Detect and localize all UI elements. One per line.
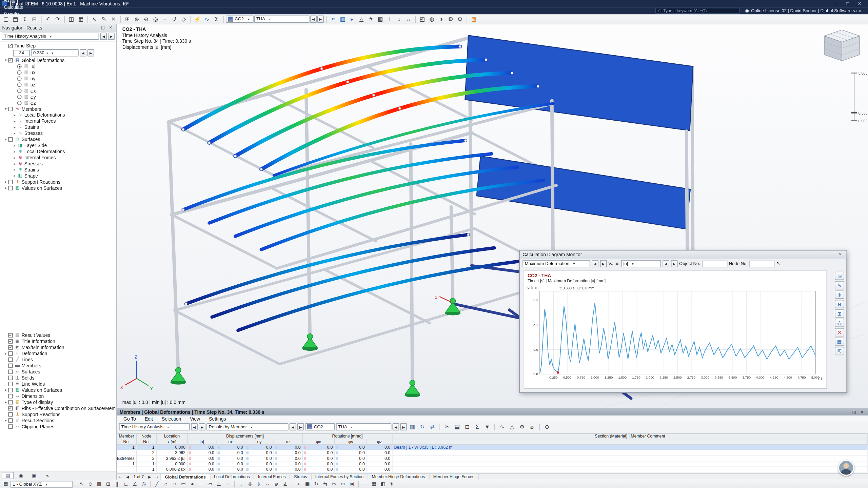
next-button[interactable]: ▶ — [297, 423, 304, 430]
tree-item[interactable]: ▸ ∿ Strains — [1, 124, 116, 130]
tree-item[interactable]: ▸ ◨ Layer Side — [1, 142, 116, 148]
ortho-mode-icon[interactable]: ∟ — [122, 481, 130, 488]
next-quantity-button[interactable]: ▶ — [600, 260, 607, 267]
object-snap-icon[interactable]: ◎ — [139, 481, 147, 488]
table-row[interactable]: 2 3.962 0.0 0.0 0.0 0.0 0.0 0.0 0.0 — [117, 450, 868, 456]
move-icon[interactable]: + — [295, 481, 303, 488]
expander-icon[interactable]: ▸ — [3, 388, 8, 392]
tree-item-control[interactable] — [8, 58, 13, 62]
tree-item-control[interactable] — [8, 394, 13, 398]
close-icon[interactable]: ✕ — [859, 409, 865, 415]
expander-icon[interactable]: ▸ — [3, 186, 8, 190]
result-values-icon[interactable]: Σ — [212, 15, 221, 23]
dimension-linear-icon[interactable]: ↔ — [263, 481, 272, 488]
tree-item[interactable]: ▥ φz — [1, 100, 116, 106]
lights-icon[interactable]: ☀ — [388, 481, 396, 488]
nav-tab-views[interactable]: ▣ — [28, 472, 40, 479]
table-analysis-combo[interactable]: Time History Analysis▾ — [119, 423, 190, 430]
chart-zoom-all-icon[interactable]: ◎ — [835, 319, 844, 327]
guidelines-icon[interactable]: ∥ — [113, 481, 121, 488]
tree-item[interactable]: ▾ ▦ Global Deformations — [1, 57, 116, 63]
copy-icon[interactable]: ▣ — [303, 481, 312, 488]
nav-tab-display[interactable]: ◉ — [15, 472, 27, 479]
navigator-toggle-icon[interactable]: ◫ — [67, 15, 76, 23]
snap-grid-icon[interactable]: ⊞ — [104, 481, 112, 488]
chart-export-icon[interactable]: ⇲ — [835, 272, 844, 280]
trim-icon[interactable]: ✂ — [330, 481, 338, 488]
object-no-input[interactable] — [702, 260, 727, 267]
mirror-icon[interactable]: ⇆ — [321, 481, 329, 488]
time-scale-slider[interactable]: 5.000 0.330 0.000 — [851, 71, 867, 123]
tree-item[interactable]: ▣ Title Information — [1, 338, 116, 344]
tree-item-control[interactable] — [17, 94, 22, 99]
result-diagrams-icon[interactable]: △ — [357, 15, 366, 23]
tree-item[interactable]: ▾ ▧ Surfaces — [1, 136, 116, 142]
expander-icon[interactable]: ▸ — [3, 351, 8, 355]
chart-fit-icon[interactable]: ⇱ — [835, 347, 844, 355]
tree-item[interactable]: ◧ Ribs - Effective Contribution on Surfa… — [1, 405, 116, 411]
tree-item[interactable]: ◩ Max/Min Information — [1, 344, 116, 350]
analysis-type-combo[interactable]: Time History Analysis▾ — [2, 33, 99, 40]
table-tab[interactable]: Local Deformations — [210, 474, 254, 480]
tree-item-control[interactable] — [17, 64, 22, 68]
checkbox-checked[interactable] — [8, 43, 13, 48]
tree-item[interactable]: ▥ |u| — [1, 63, 116, 69]
tree-item[interactable]: ╱ Lines — [1, 356, 116, 362]
next-page-button[interactable]: ▶ — [146, 474, 153, 480]
line-tool-icon[interactable]: ╱ — [153, 481, 161, 488]
table-menu-item[interactable]: Settings — [204, 416, 230, 421]
table-row[interactable]: 1 1 0.000 0.0 0.0 0.0 0.0 0.0 0.0 0.0 Be… — [117, 445, 868, 450]
chart-type-icon[interactable]: ∿ — [835, 281, 844, 289]
tree-item-control[interactable] — [8, 186, 13, 190]
open-model-icon[interactable]: ▤ — [11, 15, 20, 23]
tree-item[interactable]: ▥ ux — [1, 69, 116, 75]
tree-item[interactable]: ▥ uz — [1, 81, 116, 87]
previous-button[interactable]: ◀ — [191, 423, 198, 430]
table-tab[interactable]: Strains — [290, 474, 312, 480]
chart-zoom-in-icon[interactable]: ⊕ — [835, 290, 844, 299]
last-page-button[interactable]: ⇥ — [153, 474, 160, 480]
expander-icon[interactable]: ▸ — [12, 167, 17, 172]
select-objects-icon[interactable]: ↖ — [90, 15, 99, 23]
load-case-combo[interactable]: CO2▾ — [226, 16, 254, 23]
result-sections-icon[interactable]: # — [367, 15, 375, 23]
support-tool-icon[interactable]: ⊥ — [215, 481, 223, 488]
arc-tool-icon[interactable]: ∩ — [162, 481, 170, 488]
navigation-cube[interactable] — [824, 30, 860, 61]
measure-angle-icon[interactable]: ∡ — [281, 481, 289, 488]
visibility-modes-icon[interactable]: ◍ — [427, 15, 436, 23]
tree-item[interactable]: ▸ ≋ Internal Forces — [1, 155, 116, 161]
expander-icon[interactable]: ▸ — [3, 180, 8, 184]
expander-icon[interactable]: ▸ — [12, 113, 17, 117]
load-point-icon[interactable]: ↓ — [237, 481, 245, 488]
tree-item[interactable]: ◫ Solids — [1, 374, 116, 381]
expander-icon[interactable]: ▸ — [3, 400, 8, 404]
tree-item-control[interactable] — [17, 82, 22, 86]
tree-item-control[interactable] — [8, 106, 13, 111]
animate-results-icon[interactable]: ▸ — [348, 15, 356, 23]
display-grid-icon[interactable]: ▩ — [376, 15, 385, 23]
previous-value-button[interactable]: ◀ — [663, 260, 669, 267]
table-row[interactable]: 1 1 0.000 0.0 0.0 0.0 0.0 0.0 0.0 0.0 — [117, 462, 868, 467]
next-load-case-button[interactable]: ▶ — [317, 16, 324, 23]
zoom-out-icon[interactable]: ⊖ — [142, 15, 151, 23]
chart-grid-icon[interactable]: ▦ — [835, 338, 844, 346]
save-model-icon[interactable]: ↧ — [20, 15, 29, 23]
tree-item[interactable]: ↔ Dimension — [1, 393, 116, 399]
table-tab[interactable]: Member Hinge Forces — [429, 474, 479, 480]
render-mode-icon[interactable]: ◑ — [437, 15, 446, 23]
display-supports-icon[interactable]: ⊥ — [385, 15, 394, 23]
close-icon[interactable]: ✕ — [107, 25, 114, 31]
close-icon[interactable]: ✕ — [837, 251, 844, 257]
measure-distance-icon[interactable]: ⌀ — [272, 481, 280, 488]
layers-icon[interactable]: ≡ — [361, 481, 369, 488]
sum-values-icon[interactable]: Σ — [473, 423, 481, 431]
table-menu-item[interactable]: Go To — [119, 416, 140, 421]
color-scale-icon[interactable]: ▥ — [338, 15, 347, 23]
member-tool-icon[interactable]: ─ — [197, 481, 205, 488]
tree-item[interactable]: ▸ ≈ Deformation — [1, 350, 116, 356]
tree-item[interactable]: ▬ Members — [1, 362, 116, 368]
search-table-icon[interactable]: ⊙ — [542, 423, 551, 431]
tree-item[interactable]: ▥ φy — [1, 94, 116, 100]
rotate-icon[interactable]: ↻ — [312, 481, 320, 488]
